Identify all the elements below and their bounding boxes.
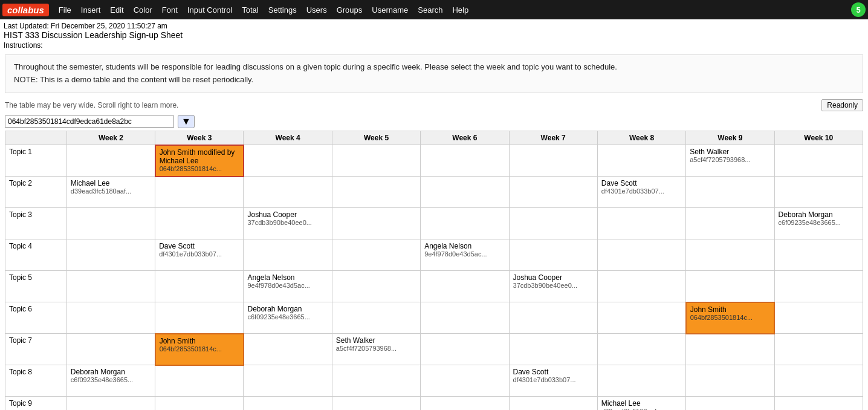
data-cell[interactable] (421, 334, 509, 365)
data-cell[interactable] (774, 365, 863, 397)
data-cell[interactable] (332, 177, 420, 208)
data-cell[interactable]: Dave Scottdf4301e7db033b07... (509, 365, 597, 397)
data-cell[interactable] (66, 208, 155, 239)
data-cell[interactable] (421, 177, 509, 208)
data-cell[interactable] (244, 365, 332, 397)
menu-username[interactable]: Username (367, 3, 413, 17)
data-cell[interactable] (332, 365, 420, 397)
data-cell[interactable] (597, 239, 685, 271)
data-cell[interactable] (509, 208, 597, 239)
data-cell[interactable] (244, 239, 332, 271)
data-cell[interactable] (774, 334, 863, 365)
data-cell[interactable]: Deborah Morganc6f09235e48e3665... (244, 302, 332, 334)
data-cell[interactable] (155, 177, 244, 208)
menu-total[interactable]: Total (237, 3, 263, 17)
data-cell[interactable] (421, 302, 509, 334)
menu-users[interactable]: Users (302, 3, 332, 17)
data-cell[interactable] (774, 177, 863, 208)
data-cell[interactable]: John Smith modified by Michael Lee064bf2… (155, 145, 244, 177)
data-cell[interactable]: Seth Walkera5cf4f7205793968... (332, 334, 420, 365)
data-cell[interactable] (774, 239, 863, 271)
data-cell[interactable] (509, 302, 597, 334)
menu-file[interactable]: File (54, 3, 76, 17)
data-cell[interactable] (155, 302, 244, 334)
data-cell[interactable] (332, 271, 420, 302)
data-cell[interactable]: Deborah Morganc6f09235e48e3665... (66, 365, 155, 397)
data-cell[interactable]: Joshua Cooper37cdb3b90be40ee0... (509, 271, 597, 302)
data-cell[interactable] (597, 334, 685, 365)
data-cell[interactable] (332, 302, 420, 334)
data-cell[interactable] (66, 302, 155, 334)
data-cell[interactable] (597, 145, 685, 177)
data-cell[interactable] (244, 177, 332, 208)
data-cell[interactable] (421, 365, 509, 397)
data-cell[interactable]: John Smith064bf2853501814c... (686, 302, 774, 334)
data-cell[interactable]: Dave Scottdf4301e7db033b07... (155, 239, 244, 271)
readonly-button[interactable]: Readonly (821, 99, 863, 111)
data-cell[interactable]: Dave Scottdf4301e7db033b07... (597, 177, 685, 208)
app-logo: collabus (2, 4, 49, 16)
menu-font[interactable]: Font (157, 3, 183, 17)
data-cell[interactable] (686, 365, 774, 397)
menu-search[interactable]: Search (413, 3, 447, 17)
data-cell[interactable]: Deborah Morganc6f09235e48e3665... (774, 208, 863, 239)
data-cell[interactable] (66, 271, 155, 302)
data-cell[interactable] (421, 208, 509, 239)
menu-settings[interactable]: Settings (264, 3, 302, 17)
data-cell[interactable] (509, 334, 597, 365)
data-cell[interactable] (686, 397, 774, 410)
data-cell[interactable] (421, 397, 509, 410)
data-cell[interactable] (244, 334, 332, 365)
notification-badge[interactable]: 5 (851, 2, 866, 17)
data-cell[interactable] (774, 271, 863, 302)
data-cell[interactable] (332, 208, 420, 239)
data-cell[interactable] (332, 397, 420, 410)
data-cell[interactable] (332, 239, 420, 271)
data-cell[interactable] (774, 302, 863, 334)
row-selector-input[interactable] (5, 116, 174, 128)
menu-edit[interactable]: Edit (105, 3, 128, 17)
data-cell[interactable] (686, 271, 774, 302)
data-cell[interactable] (774, 145, 863, 177)
data-cell[interactable] (421, 145, 509, 177)
data-cell[interactable]: Michael Leed39ead3fc5180aaf... (597, 397, 685, 410)
topic-cell: Topic 5 (5, 271, 67, 302)
data-cell[interactable] (66, 145, 155, 177)
data-cell[interactable] (509, 397, 597, 410)
data-cell[interactable] (597, 271, 685, 302)
data-cell[interactable] (774, 397, 863, 410)
data-cell[interactable] (509, 177, 597, 208)
data-cell[interactable] (686, 177, 774, 208)
data-cell[interactable] (244, 397, 332, 410)
data-cell[interactable]: Angela Nelson9e4f978d0e43d5ac... (244, 271, 332, 302)
data-cell[interactable]: John Smith064bf2853501814c... (155, 334, 244, 365)
data-cell[interactable]: Michael Leed39ead3fc5180aaf... (66, 177, 155, 208)
menu-groups[interactable]: Groups (332, 3, 368, 17)
data-cell[interactable] (597, 208, 685, 239)
data-cell[interactable] (509, 239, 597, 271)
data-cell[interactable] (66, 397, 155, 410)
selector-dropdown-icon[interactable]: ▼ (178, 115, 195, 128)
menu-help[interactable]: Help (447, 3, 473, 17)
menu-input-control[interactable]: Input Control (183, 3, 237, 17)
data-cell[interactable] (155, 271, 244, 302)
data-cell[interactable] (244, 145, 332, 177)
data-cell[interactable] (155, 365, 244, 397)
data-cell[interactable] (686, 239, 774, 271)
data-cell[interactable] (597, 302, 685, 334)
data-cell[interactable] (66, 334, 155, 365)
data-cell[interactable]: Joshua Cooper37cdb3b90be40ee0... (244, 208, 332, 239)
data-cell[interactable] (686, 334, 774, 365)
data-cell[interactable] (66, 239, 155, 271)
data-cell[interactable] (421, 271, 509, 302)
menu-insert[interactable]: Insert (76, 3, 106, 17)
data-cell[interactable]: Angela Nelson9e4f978d0e43d5ac... (421, 239, 509, 271)
data-cell[interactable] (686, 208, 774, 239)
data-cell[interactable] (597, 365, 685, 397)
menu-color[interactable]: Color (129, 3, 157, 17)
data-cell[interactable] (155, 208, 244, 239)
data-cell[interactable]: Seth Walkera5cf4f7205793968... (686, 145, 774, 177)
data-cell[interactable] (332, 145, 420, 177)
data-cell[interactable] (155, 397, 244, 410)
data-cell[interactable] (509, 145, 597, 177)
